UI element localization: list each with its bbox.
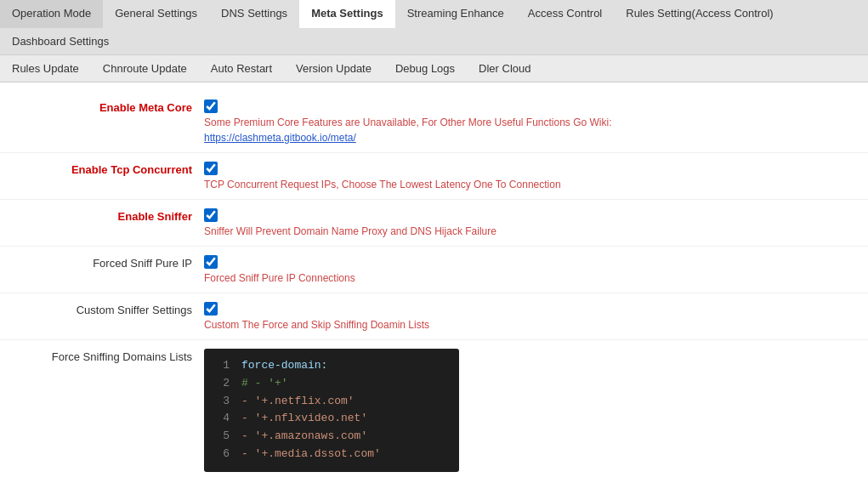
second-navigation: Rules UpdateChnroute UpdateAuto RestartV…: [0, 55, 868, 82]
top-nav-item-dashboard-settings[interactable]: Dashboard Settings: [0, 28, 121, 54]
setting-row-forced-sniff-pure-ip: Forced Sniff Pure IPForced Sniff Pure IP…: [0, 247, 868, 293]
setting-row-enable-tcp-concurrent: Enable Tcp ConcurrentTCP Concurrent Requ…: [0, 153, 868, 200]
checkbox-row-enable-tcp-concurrent: [204, 162, 851, 175]
line-content: - '+.netflix.com': [241, 393, 355, 411]
second-nav-item-dler-cloud[interactable]: Dler Cloud: [467, 57, 542, 80]
top-nav-item-operation-mode[interactable]: Operation Mode: [0, 0, 103, 28]
setting-label-enable-tcp-concurrent: Enable Tcp Concurrent: [17, 162, 204, 176]
line-content: - '+.amazonaws.com': [241, 428, 367, 446]
top-navigation: Operation ModeGeneral SettingsDNS Settin…: [0, 0, 868, 55]
setting-row-custom-sniffer-settings: Custom Sniffer SettingsCustom The Force …: [0, 293, 868, 340]
setting-link-enable-meta-core[interactable]: https://clashmeta.gitbook.io/meta/: [204, 132, 851, 144]
checkbox-custom-sniffer-settings[interactable]: [204, 302, 218, 316]
top-nav-item-dns-settings[interactable]: DNS Settings: [209, 0, 299, 28]
checkbox-row-forced-sniff-pure-ip: [204, 255, 851, 269]
setting-content-enable-sniffer: Sniffer Will Prevent Domain Name Proxy a…: [204, 208, 851, 237]
setting-content-custom-sniffer-settings: Custom The Force and Skip Sniffing Doami…: [204, 302, 851, 331]
line-content: force-domain:: [241, 357, 327, 375]
line-number: 4: [213, 410, 230, 428]
code-line: 2# - '+': [204, 375, 459, 393]
second-nav-item-rules-update[interactable]: Rules Update: [0, 57, 91, 80]
setting-row-enable-sniffer: Enable SnifferSniffer Will Prevent Domai…: [0, 200, 868, 247]
setting-desc-enable-tcp-concurrent: TCP Concurrent Request IPs, Choose The L…: [204, 179, 851, 190]
second-nav-item-chnroute-update[interactable]: Chnroute Update: [91, 57, 199, 80]
setting-label-forced-sniff-pure-ip: Forced Sniff Pure IP: [17, 255, 204, 270]
setting-desc-enable-meta-core: Some Premium Core Features are Unavailab…: [204, 117, 851, 128]
code-line: 3- '+.netflix.com': [204, 393, 459, 411]
top-nav-item-rules-setting(access-control)[interactable]: Rules Setting(Access Control): [614, 0, 785, 28]
setting-desc-forced-sniff-pure-ip: Forced Sniff Pure IP Connections: [204, 272, 851, 284]
line-number: 2: [213, 375, 230, 393]
code-line: 4- '+.nflxvideo.net': [204, 410, 459, 428]
line-content: - '+.media.dssot.com': [241, 446, 381, 463]
checkbox-enable-tcp-concurrent[interactable]: [204, 162, 218, 175]
setting-desc-custom-sniffer-settings: Custom The Force and Skip Sniffing Doami…: [204, 319, 851, 331]
setting-desc-enable-sniffer: Sniffer Will Prevent Domain Name Proxy a…: [204, 225, 851, 237]
line-number: 3: [213, 393, 230, 411]
checkbox-forced-sniff-pure-ip[interactable]: [204, 255, 218, 269]
settings-content: Enable Meta CoreSome Premium Core Featur…: [0, 82, 868, 489]
line-number: 6: [213, 446, 230, 463]
code-block-force-sniffing[interactable]: 1force-domain:2# - '+'3- '+.netflix.com'…: [204, 349, 459, 472]
code-label-force-sniffing: Force Sniffing Domains Lists: [17, 349, 204, 363]
setting-label-enable-meta-core: Enable Meta Core: [17, 100, 204, 114]
checkbox-row-enable-meta-core: [204, 100, 851, 113]
line-number: 5: [213, 428, 230, 446]
second-nav-item-auto-restart[interactable]: Auto Restart: [199, 57, 284, 80]
checkbox-row-custom-sniffer-settings: [204, 302, 851, 316]
line-content: # - '+': [241, 375, 288, 393]
checkbox-enable-sniffer[interactable]: [204, 208, 218, 222]
line-content: - '+.nflxvideo.net': [241, 410, 367, 428]
checkbox-row-enable-sniffer: [204, 208, 851, 222]
setting-content-enable-tcp-concurrent: TCP Concurrent Request IPs, Choose The L…: [204, 162, 851, 190]
code-line: 1force-domain:: [204, 357, 459, 375]
second-nav-item-version-update[interactable]: Version Update: [284, 57, 383, 80]
code-line: 6- '+.media.dssot.com': [204, 446, 459, 463]
top-nav-item-streaming-enhance[interactable]: Streaming Enhance: [395, 0, 516, 28]
setting-label-enable-sniffer: Enable Sniffer: [17, 208, 204, 223]
code-content-force-sniffing: 1force-domain:2# - '+'3- '+.netflix.com'…: [204, 349, 851, 472]
top-nav-item-meta-settings[interactable]: Meta Settings: [299, 0, 395, 28]
second-nav-item-debug-logs[interactable]: Debug Logs: [383, 57, 467, 80]
code-line: 5- '+.amazonaws.com': [204, 428, 459, 446]
top-nav-item-general-settings[interactable]: General Settings: [103, 0, 209, 28]
setting-row-enable-meta-core: Enable Meta CoreSome Premium Core Featur…: [0, 91, 868, 153]
line-number: 1: [213, 357, 230, 375]
top-nav-item-access-control[interactable]: Access Control: [516, 0, 614, 28]
setting-content-enable-meta-core: Some Premium Core Features are Unavailab…: [204, 100, 851, 144]
setting-label-custom-sniffer-settings: Custom Sniffer Settings: [17, 302, 204, 316]
checkbox-enable-meta-core[interactable]: [204, 100, 218, 113]
setting-row-force-sniffing-domains: Force Sniffing Domains Lists1force-domai…: [0, 340, 868, 480]
setting-content-forced-sniff-pure-ip: Forced Sniff Pure IP Connections: [204, 255, 851, 284]
